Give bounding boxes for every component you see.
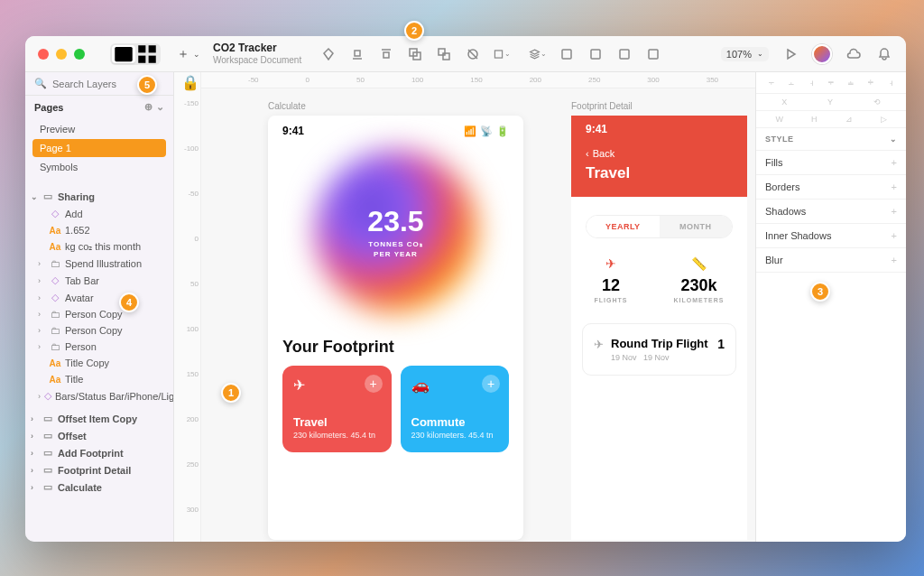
add-commute-icon[interactable]: + (482, 375, 500, 393)
layer-person-copy-2[interactable]: ›🗀Person Copy (25, 322, 173, 339)
prop-shadows[interactable]: Shadows+ (756, 200, 906, 224)
commute-card[interactable]: 🚗 + Commute 230 kilometers. 45.4 tn (401, 366, 510, 452)
crop-tool-icon[interactable]: ⌄ (493, 45, 511, 63)
phone-status-icons: 📶 📡 🔋 (464, 125, 509, 137)
plane-icon: ✈ (595, 256, 628, 273)
add-shadow-icon[interactable]: + (892, 206, 897, 217)
align-middle-icon[interactable]: ⫨ (845, 78, 857, 88)
layer-add-footprint[interactable]: ›▭Add Footprint (25, 444, 173, 461)
svg-rect-3 (138, 55, 145, 62)
layer-offset-item-copy[interactable]: ›▭Offset Item Copy (25, 410, 173, 427)
layer-title-copy[interactable]: AaTitle Copy (25, 355, 173, 371)
canvas[interactable]: Calculate 9:41 📶 📡 🔋 23.5 TONNES C (201, 88, 755, 542)
segment-control[interactable]: YEARLY MONTH (586, 215, 733, 238)
zoom-window-button[interactable] (74, 49, 85, 60)
search-input[interactable] (52, 79, 177, 89)
segment-yearly[interactable]: YEARLY (587, 216, 660, 237)
align-top-icon[interactable] (377, 45, 395, 63)
insert-menu[interactable]: ＋ ⌄ (177, 46, 200, 62)
svg-rect-14 (649, 50, 658, 59)
zoom-control[interactable]: 107%⌄ (721, 47, 769, 61)
layer-group-sharing[interactable]: ⌄▭Sharing (25, 188, 173, 205)
close-window-button[interactable] (38, 49, 49, 60)
view-mode-toggle (110, 43, 161, 65)
layer-spend-illustration[interactable]: ›🗀Spend Illustration (25, 255, 173, 272)
component-2-icon[interactable] (587, 45, 605, 63)
layer-avatar[interactable]: ›◇Avatar (25, 289, 173, 306)
vertical-ruler: 🔒 -150 -100 -50 0 50 100 150 200 250 300 (174, 72, 201, 542)
play-preview-icon[interactable] (781, 45, 799, 63)
layer-1652[interactable]: Aa1.652 (25, 222, 173, 238)
segment-month[interactable]: MONTH (660, 216, 733, 237)
add-border-icon[interactable]: + (892, 181, 897, 192)
collapse-pages-icon[interactable]: ⌄ (156, 101, 164, 113)
layer-kgco2[interactable]: Aakg co₂ this month (25, 238, 173, 255)
combine-tool-icon[interactable] (435, 45, 453, 63)
grid-view-button[interactable] (135, 45, 159, 63)
app-window: ＋ ⌄ CO2 Tracker Workspace Document ⌄ ⌄ 1… (25, 36, 906, 542)
artboard-calculate[interactable]: 9:41 📶 📡 🔋 23.5 TONNES CO₂ PER YEAR (268, 116, 523, 540)
cloud-icon[interactable] (845, 45, 863, 63)
svg-rect-0 (115, 46, 133, 60)
align-center-h-icon[interactable]: ⫠ (785, 78, 798, 88)
callout-2: 2 (404, 21, 424, 41)
add-page-icon[interactable]: ⊕ (144, 101, 152, 113)
component-3-icon[interactable] (615, 45, 633, 63)
component-1-icon[interactable] (558, 45, 576, 63)
page-item-symbols[interactable]: Symbols (32, 158, 166, 176)
align-tool-icon[interactable] (348, 45, 366, 63)
chevron-down-icon: ⌄ (890, 135, 898, 144)
align-top-icon[interactable]: ⫧ (825, 78, 837, 88)
add-fill-icon[interactable]: + (892, 157, 897, 168)
prop-fills[interactable]: Fills+ (756, 151, 906, 175)
prop-inner-shadows[interactable]: Inner Shadows+ (756, 224, 906, 248)
add-travel-icon[interactable]: + (365, 375, 383, 393)
back-button[interactable]: ‹Back (586, 148, 733, 159)
mask-tool-icon[interactable] (464, 45, 482, 63)
wifi-icon: 📡 (480, 125, 493, 137)
layer-status-bar[interactable]: ›◇Bars/Status Bar/iPhone/Light (25, 387, 173, 404)
layer-tab-bar[interactable]: ›◇Tab Bar (25, 272, 173, 289)
minimize-window-button[interactable] (56, 49, 67, 60)
add-inner-shadow-icon[interactable]: + (892, 230, 897, 241)
distribute-icon[interactable]: ⫞ (884, 78, 897, 88)
align-right-icon[interactable]: ⫞ (805, 78, 818, 88)
layer-person-copy-1[interactable]: ›🗀Person Copy (25, 306, 173, 322)
left-sidebar: 🔍 Pages ⊕ ⌄ Preview Page 1 Symbols ⌄▭Sha… (25, 72, 174, 542)
layer-person[interactable]: ›🗀Person (25, 339, 173, 355)
doc-title-text: CO2 Tracker (213, 42, 301, 54)
document-title[interactable]: CO2 Tracker Workspace Document (213, 42, 301, 64)
prop-borders[interactable]: Borders+ (756, 175, 906, 200)
canvas-view-button[interactable] (112, 45, 135, 63)
style-section-header[interactable]: STYLE⌄ (756, 128, 906, 151)
battery-icon: 🔋 (496, 125, 509, 137)
page-item-preview[interactable]: Preview (32, 120, 166, 138)
layer-calculate[interactable]: ›▭Calculate (25, 478, 173, 496)
paint-tool-icon[interactable] (319, 45, 337, 63)
align-bottom-icon[interactable]: ⫩ (864, 78, 877, 88)
add-blur-icon[interactable]: + (892, 255, 897, 265)
artboard-footprint-detail[interactable]: 9:41 ‹Back Travel YEARLY MONTH ✈ 12 FLIG… (571, 116, 747, 540)
user-avatar[interactable] (812, 44, 832, 64)
layer-footprint-detail[interactable]: ›▭Footprint Detail (25, 461, 173, 478)
layers-tool-icon[interactable]: ⌄ (529, 45, 547, 63)
layer-add[interactable]: ◇Add (25, 205, 173, 222)
detail-stats: ✈ 12 FLIGHTS 📏 230k KILOMETERS (571, 256, 747, 303)
align-left-icon[interactable]: ⫟ (765, 78, 778, 88)
layer-title[interactable]: AaTitle (25, 371, 173, 387)
travel-card[interactable]: ✈ + Travel 230 kilometers. 45.4 tn (282, 366, 392, 452)
group-tool-icon[interactable] (406, 45, 424, 63)
layer-offset[interactable]: ›▭Offset (25, 427, 173, 444)
prop-blur[interactable]: Blur+ (756, 248, 906, 273)
detail-time: 9:41 (586, 123, 733, 135)
artboard-2-label[interactable]: Footprint Detail (571, 101, 633, 111)
page-list: Preview Page 1 Symbols (25, 118, 173, 184)
artboard-1-label[interactable]: Calculate (268, 101, 306, 111)
page-item-page1[interactable]: Page 1 (32, 139, 166, 157)
trip-card[interactable]: ✈ Round Trip Flight 19 Nov 19 Nov 1 (582, 323, 736, 376)
lock-icon[interactable]: 🔒 (181, 74, 194, 91)
notifications-icon[interactable] (875, 45, 893, 63)
toolbar-right: 107%⌄ (721, 44, 906, 64)
co2-unit-1: TONNES CO₂ (368, 240, 422, 248)
component-4-icon[interactable] (644, 45, 662, 63)
